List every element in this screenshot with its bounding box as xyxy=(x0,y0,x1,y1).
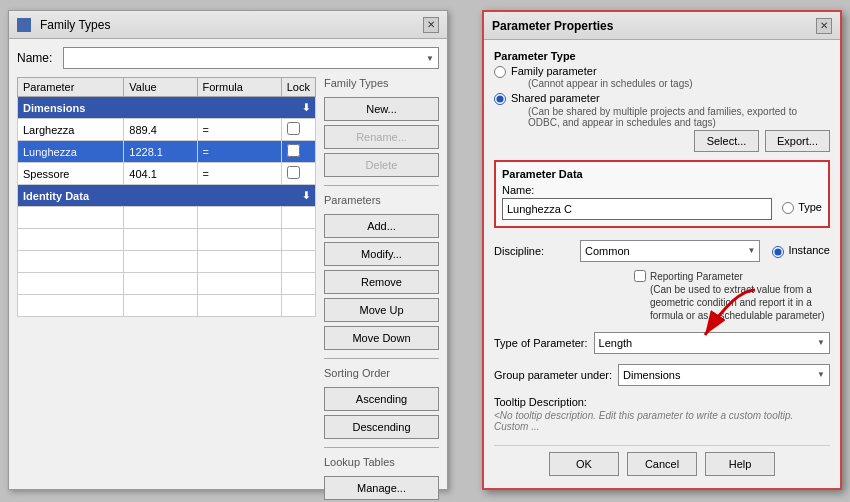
param-data-name-input[interactable] xyxy=(502,198,772,220)
parameter-properties-title: Parameter Properties xyxy=(492,19,613,33)
tooltip-section: Tooltip Description: <No tooltip descrip… xyxy=(494,396,830,432)
table-row-empty-2 xyxy=(18,229,316,251)
parameter-properties-dialog: Parameter Properties ✕ Parameter Type Fa… xyxy=(482,10,842,490)
parameter-type-label: Parameter Type xyxy=(494,50,830,62)
sorting-order-title: Sorting Order xyxy=(324,367,439,379)
parameter-properties-titlebar: Parameter Properties ✕ xyxy=(484,12,840,40)
ascending-button[interactable]: Ascending xyxy=(324,387,439,411)
table-row-selected[interactable]: Lunghezza 1228.1 = xyxy=(18,141,316,163)
col-parameter: Parameter xyxy=(18,78,124,97)
type-of-param-dropdown[interactable]: Length ▼ xyxy=(594,332,830,354)
group-param-dropdown[interactable]: Dimensions ▼ xyxy=(618,364,830,386)
family-types-titlebar: Family Types ✕ xyxy=(9,11,447,39)
parameter-properties-close-button[interactable]: ✕ xyxy=(816,18,832,34)
family-param-radio[interactable] xyxy=(494,66,506,78)
reporting-param-checkbox[interactable] xyxy=(634,270,646,282)
param-formula-selected: = xyxy=(197,141,281,163)
param-lock-2 xyxy=(281,163,315,185)
name-label: Name: xyxy=(17,51,57,65)
param-lock xyxy=(281,119,315,141)
param-name: Larghezza xyxy=(18,119,124,141)
shared-param-label: Shared parameter xyxy=(511,91,830,105)
right-panel: Family Types New... Rename... Delete Par… xyxy=(324,77,439,500)
section-identity: Identity Data ⬇ xyxy=(18,185,316,207)
family-types-close-button[interactable]: ✕ xyxy=(423,17,439,33)
chevron-down-icon: ▼ xyxy=(817,338,825,347)
chevron-down-icon: ▼ xyxy=(747,246,755,255)
move-up-button[interactable]: Move Up xyxy=(324,298,439,322)
param-value: 889.4 xyxy=(124,119,197,141)
table-row-empty xyxy=(18,207,316,229)
family-types-icon xyxy=(17,18,31,32)
table-row[interactable]: Larghezza 889.4 = xyxy=(18,119,316,141)
chevron-down-icon: ▼ xyxy=(426,54,434,63)
discipline-value: Common xyxy=(585,245,630,257)
discipline-label: Discipline: xyxy=(494,245,574,257)
discipline-row: Discipline: Common ▼ Instance xyxy=(494,240,830,262)
col-lock: Lock xyxy=(281,78,315,97)
param-formula: = xyxy=(197,119,281,141)
section-dimensions: Dimensions ⬇ xyxy=(18,97,316,119)
select-button[interactable]: Select... xyxy=(694,130,759,152)
type-radio[interactable] xyxy=(782,202,794,214)
descending-button[interactable]: Descending xyxy=(324,415,439,439)
param-value-selected: 1228.1 xyxy=(124,141,197,163)
lookup-tables-title: Lookup Tables xyxy=(324,456,439,468)
type-of-param-label: Type of Parameter: xyxy=(494,337,588,349)
family-types-dialog: Family Types ✕ Name: ▼ Parameter xyxy=(8,10,448,490)
params-table: Parameter Value Formula Lock Dimensions xyxy=(17,77,316,317)
pp-help-button[interactable]: Help xyxy=(705,452,775,476)
section-dimensions-label: Dimensions xyxy=(23,102,85,114)
manage-button[interactable]: Manage... xyxy=(324,476,439,500)
export-button[interactable]: Export... xyxy=(765,130,830,152)
tooltip-text: <No tooltip description. Edit this param… xyxy=(494,410,830,432)
table-row[interactable]: Spessore 404.1 = xyxy=(18,163,316,185)
reporting-param-row: Reporting Parameter xyxy=(634,270,830,283)
group-param-value: Dimensions xyxy=(623,369,680,381)
pp-ok-button[interactable]: OK xyxy=(549,452,619,476)
param-name-selected: Lunghezza xyxy=(18,141,124,163)
reporting-param-desc: (Can be used to extract value from a geo… xyxy=(650,283,830,322)
add-button[interactable]: Add... xyxy=(324,214,439,238)
pp-cancel-button[interactable]: Cancel xyxy=(627,452,697,476)
rename-button[interactable]: Rename... xyxy=(324,125,439,149)
param-formula-2: = xyxy=(197,163,281,185)
instance-label: Instance xyxy=(788,243,830,257)
modify-button[interactable]: Modify... xyxy=(324,242,439,266)
table-row-empty-5 xyxy=(18,295,316,317)
param-value-2: 404.1 xyxy=(124,163,197,185)
family-types-title: Family Types xyxy=(40,18,110,32)
new-button[interactable]: New... xyxy=(324,97,439,121)
table-row-empty-3 xyxy=(18,251,316,273)
chevron-down-icon: ▼ xyxy=(817,370,825,379)
lock-checkbox-2[interactable] xyxy=(287,166,300,179)
type-label: Type xyxy=(798,200,822,214)
table-row-empty-4 xyxy=(18,273,316,295)
param-lock-selected xyxy=(281,141,315,163)
shared-param-radio[interactable] xyxy=(494,93,506,105)
section-identity-label: Identity Data xyxy=(23,190,89,202)
name-dropdown[interactable]: ▼ xyxy=(63,47,439,69)
select-export-row: Select... Export... xyxy=(494,130,830,152)
discipline-dropdown[interactable]: Common ▼ xyxy=(580,240,760,262)
shared-param-row: Shared parameter (Can be shared by multi… xyxy=(494,91,830,127)
family-param-row: Family parameter (Cannot appear in sched… xyxy=(494,64,830,89)
delete-button[interactable]: Delete xyxy=(324,153,439,177)
col-formula: Formula xyxy=(197,78,281,97)
instance-radio[interactable] xyxy=(772,246,784,258)
lock-checkbox-1[interactable] xyxy=(287,144,300,157)
col-value: Value xyxy=(124,78,197,97)
family-param-label: Family parameter xyxy=(511,64,693,78)
lock-checkbox-0[interactable] xyxy=(287,122,300,135)
move-down-button[interactable]: Move Down xyxy=(324,326,439,350)
group-param-row: Group parameter under: Dimensions ▼ xyxy=(494,364,830,386)
param-data-name-label: Name: xyxy=(502,184,772,196)
group-param-label: Group parameter under: xyxy=(494,369,612,381)
family-param-sub: (Cannot appear in schedules or tags) xyxy=(528,78,693,89)
type-of-param-value: Length xyxy=(599,337,633,349)
tooltip-label: Tooltip Description: xyxy=(494,396,830,408)
type-of-param-row: Type of Parameter: Length ▼ xyxy=(494,332,830,354)
reporting-param-label: Reporting Parameter xyxy=(650,270,743,283)
family-types-panel-title: Family Types xyxy=(324,77,439,89)
remove-button[interactable]: Remove xyxy=(324,270,439,294)
